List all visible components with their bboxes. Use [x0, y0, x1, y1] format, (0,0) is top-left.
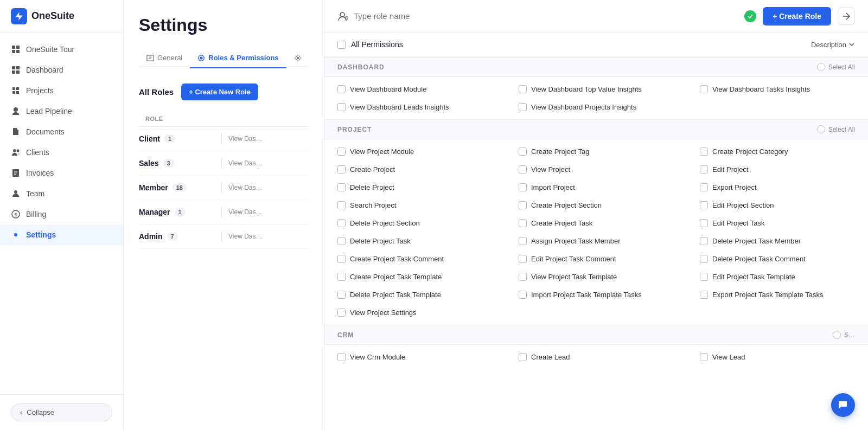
sidebar-item-settings-label: Settings: [26, 230, 56, 239]
sidebar-item-documents[interactable]: Documents: [0, 121, 123, 142]
svg-rect-4: [12, 66, 15, 69]
perm-cb[interactable]: [519, 255, 527, 263]
expand-panel-button[interactable]: [838, 8, 855, 25]
sidebar-item-invoices[interactable]: Invoices: [0, 163, 123, 183]
perm-cb[interactable]: [700, 219, 708, 227]
select-all-project-checkbox[interactable]: [817, 125, 825, 133]
perm-cb[interactable]: [519, 165, 527, 174]
perm-cb[interactable]: [700, 291, 708, 299]
perm-cb[interactable]: [337, 201, 346, 209]
svg-point-9: [17, 150, 20, 152]
perm-cb[interactable]: [700, 353, 708, 361]
settings-icon: [11, 230, 21, 240]
sidebar-item-team-label: Team: [26, 189, 44, 198]
svg-rect-2: [12, 50, 15, 53]
perm-item-view-lead: View Lead: [687, 348, 868, 366]
perm-cb[interactable]: [337, 147, 346, 156]
all-permissions-checkbox[interactable]: [337, 41, 346, 49]
sidebar-item-dashboard[interactable]: Dashboard: [0, 60, 123, 80]
description-toggle[interactable]: Description: [811, 41, 855, 49]
svg-text:$: $: [14, 212, 17, 217]
select-all-crm[interactable]: S…: [833, 331, 855, 339]
perm-cb[interactable]: [337, 219, 346, 227]
perm-cb[interactable]: [337, 353, 346, 361]
billing-icon: $: [11, 209, 21, 219]
perm-cb[interactable]: [700, 183, 708, 191]
perm-item-edit-task-comment: Edit Project Task Comment: [506, 250, 687, 268]
sidebar-item-billing[interactable]: $ Billing: [0, 204, 123, 224]
sidebar-item-settings[interactable]: Settings: [0, 224, 123, 245]
tab-roles[interactable]: Roles & Permissions: [190, 48, 286, 68]
sidebar-item-documents-label: Documents: [26, 127, 65, 136]
perm-cb-view-dashboard-module[interactable]: [337, 85, 346, 93]
perm-item-view-dashboard-leads: View Dashboard Leads Insights: [324, 98, 506, 116]
perm-item-create-project-category: Create Project Category: [687, 143, 868, 161]
perm-cb-view-dashboard-top-value[interactable]: [519, 85, 527, 93]
role-row-admin[interactable]: Admin 7 View Das…: [139, 224, 309, 249]
role-divider: [221, 133, 222, 144]
tab-general[interactable]: General: [139, 48, 190, 68]
sidebar-item-clients[interactable]: Clients: [0, 142, 123, 163]
perm-item-delete-project-task: Delete Project Task: [324, 232, 506, 250]
perm-cb[interactable]: [337, 183, 346, 191]
chevron-down-icon: [848, 41, 855, 48]
perm-cb[interactable]: [700, 237, 708, 245]
chat-bubble-button[interactable]: [831, 393, 855, 417]
all-permissions-row: All Permissions Description: [324, 33, 868, 57]
perm-label-view-dashboard-top-value: View Dashboard Top Value Insights: [531, 85, 642, 93]
perm-cb[interactable]: [519, 183, 527, 191]
role-row-client[interactable]: Client 1 View Das…: [139, 127, 309, 151]
perm-label-view-dashboard-module: View Dashboard Module: [350, 85, 426, 93]
perm-cb[interactable]: [337, 309, 346, 317]
perm-cb[interactable]: [519, 201, 527, 209]
sidebar: OneSuite OneSuite Tour Dashboard Project…: [0, 0, 124, 430]
sidebar-item-projects[interactable]: Projects: [0, 80, 123, 101]
create-role-header-button[interactable]: + Create Role: [763, 7, 831, 25]
perm-cb[interactable]: [519, 219, 527, 227]
tab-other[interactable]: [286, 49, 309, 68]
section-header-crm: CRM S…: [324, 325, 868, 345]
perm-cb[interactable]: [337, 273, 346, 281]
perm-cb[interactable]: [519, 273, 527, 281]
invoices-icon: [11, 168, 21, 178]
all-roles-header: All Roles + Create New Role: [139, 84, 309, 100]
perm-cb[interactable]: [519, 291, 527, 299]
role-badge-member: 18: [173, 183, 187, 192]
role-name-input[interactable]: [354, 11, 740, 21]
sidebar-item-tour[interactable]: OneSuite Tour: [0, 39, 123, 60]
role-perms-manager: View Das…: [228, 208, 309, 216]
role-row-manager[interactable]: Manager 1 View Das…: [139, 200, 309, 224]
perm-cb[interactable]: [700, 273, 708, 281]
app-name: OneSuite: [31, 10, 74, 22]
collapse-button[interactable]: ‹ Collapse: [11, 403, 112, 421]
select-all-dashboard-checkbox[interactable]: [817, 63, 825, 71]
perm-cb[interactable]: [519, 353, 527, 361]
clients-icon: [11, 147, 21, 157]
select-all-dashboard[interactable]: Select All: [817, 63, 855, 71]
perm-cb[interactable]: [700, 165, 708, 174]
perm-cb[interactable]: [519, 237, 527, 245]
perm-cb[interactable]: [337, 255, 346, 263]
perm-item-edit-project-section: Edit Project Section: [687, 196, 868, 214]
section-header-project: PROJECT Select All: [324, 119, 868, 139]
perm-cb[interactable]: [337, 237, 346, 245]
perm-cb[interactable]: [700, 255, 708, 263]
select-all-project[interactable]: Select All: [817, 125, 855, 133]
select-all-crm-checkbox[interactable]: [833, 331, 841, 339]
perm-cb-view-dashboard-projects[interactable]: [519, 103, 527, 111]
sidebar-item-clients-label: Clients: [26, 148, 49, 157]
perm-cb-view-dashboard-tasks[interactable]: [700, 85, 708, 93]
perm-cb[interactable]: [519, 147, 527, 156]
perm-cb[interactable]: [337, 165, 346, 174]
perm-cb[interactable]: [337, 291, 346, 299]
sidebar-item-team[interactable]: Team: [0, 183, 123, 204]
role-row-member[interactable]: Member 18 View Das…: [139, 176, 309, 200]
perm-cb[interactable]: [700, 147, 708, 156]
perm-cb[interactable]: [700, 201, 708, 209]
role-name-client: Client 1: [139, 134, 215, 143]
perm-cb-view-dashboard-leads[interactable]: [337, 103, 346, 111]
sidebar-item-lead-pipeline[interactable]: Lead Pipeline: [0, 101, 123, 121]
role-row-sales[interactable]: Sales 3 View Das…: [139, 151, 309, 176]
create-new-role-button[interactable]: + Create New Role: [181, 84, 258, 100]
chat-icon: [837, 399, 849, 411]
